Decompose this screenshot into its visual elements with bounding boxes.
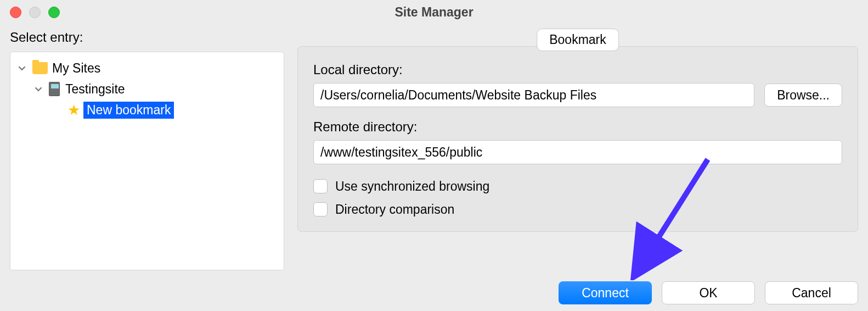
tree-item-label: Testingsite (65, 82, 125, 97)
checkbox-icon[interactable] (313, 202, 328, 216)
server-icon (49, 82, 60, 96)
window-title: Site Manager (394, 5, 473, 20)
directory-comparison-label: Directory comparison (335, 202, 454, 217)
tree-item-label-selected: New bookmark (83, 102, 174, 119)
tree-item-my-sites[interactable]: My Sites (17, 58, 277, 79)
zoom-window-button[interactable] (48, 7, 60, 18)
connect-button[interactable]: Connect (559, 281, 652, 304)
chevron-down-icon[interactable] (33, 84, 43, 94)
folder-icon (32, 62, 48, 74)
remote-directory-input[interactable] (313, 140, 842, 164)
tab-bookmark[interactable]: Bookmark (537, 29, 619, 51)
content: Select entry: My Sites Testingsite ★ New… (0, 24, 868, 277)
remote-directory-label: Remote directory: (313, 119, 842, 135)
dialog-footer: Connect OK Cancel (559, 281, 858, 304)
tree-item-label: My Sites (52, 61, 100, 76)
cancel-button[interactable]: Cancel (765, 281, 858, 304)
window-controls (10, 7, 60, 18)
close-window-button[interactable] (10, 7, 21, 18)
ok-button[interactable]: OK (662, 281, 755, 304)
star-icon: ★ (67, 103, 80, 117)
select-entry-label: Select entry: (10, 30, 284, 45)
tree-item-new-bookmark[interactable]: ★ New bookmark (17, 99, 277, 120)
synchronized-browsing-row[interactable]: Use synchronized browsing (313, 176, 842, 196)
sidebar: Select entry: My Sites Testingsite ★ New… (10, 24, 284, 270)
local-directory-label: Local directory: (313, 62, 842, 77)
browse-button[interactable]: Browse... (764, 84, 842, 107)
synchronized-browsing-label: Use synchronized browsing (335, 179, 489, 194)
chevron-down-icon[interactable] (17, 63, 27, 73)
details-pane: Bookmark Local directory: Browse... Remo… (297, 24, 858, 270)
bookmark-panel: Local directory: Browse... Remote direct… (297, 46, 858, 232)
directory-comparison-row[interactable]: Directory comparison (313, 199, 842, 219)
titlebar: Site Manager (0, 0, 868, 24)
tree-item-testingsite[interactable]: Testingsite (17, 79, 277, 99)
local-directory-input[interactable] (313, 83, 754, 107)
site-tree[interactable]: My Sites Testingsite ★ New bookmark (10, 52, 284, 270)
checkbox-icon[interactable] (313, 179, 328, 193)
minimize-window-button[interactable] (29, 7, 41, 18)
